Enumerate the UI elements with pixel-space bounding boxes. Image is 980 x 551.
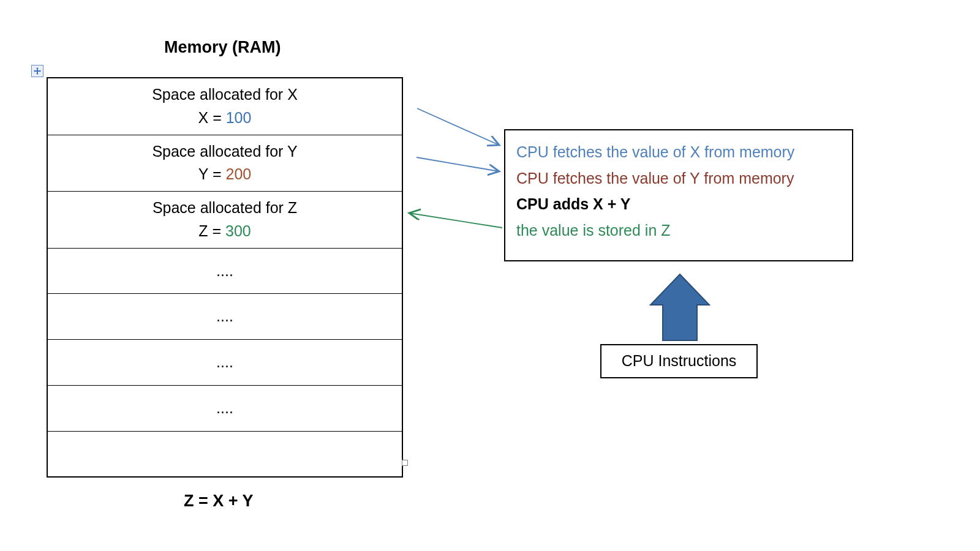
move-handle-icon xyxy=(31,65,43,77)
var-value: 100 xyxy=(226,109,252,126)
mem-cell-x: Space allocated for X X = 100 xyxy=(48,78,402,135)
step-fetch-y: CPU fetches the value of Y from memory xyxy=(516,165,841,192)
resize-handle-icon xyxy=(402,460,408,466)
memory-table: Space allocated for X X = 100 Space allo… xyxy=(47,77,403,478)
step-fetch-x: CPU fetches the value of X from memory xyxy=(516,139,841,165)
step-store-z: the value is stored in Z xyxy=(516,217,841,244)
alloc-label: Space allocated for X xyxy=(48,84,402,105)
var-label: Z = xyxy=(198,222,225,239)
equation-label: Z = X + Y xyxy=(184,492,254,511)
mem-cell-empty: .... xyxy=(48,340,402,386)
mem-cell-z: Space allocated for Z Z = 300 xyxy=(48,192,402,249)
mem-cell-y: Space allocated for Y Y = 200 xyxy=(48,135,402,192)
cpu-instructions-box: CPU Instructions xyxy=(600,344,758,378)
mem-cell-empty xyxy=(48,432,402,477)
arrow-store-z xyxy=(409,213,502,228)
mem-cell-empty: .... xyxy=(48,386,402,432)
value-line: Y = 200 xyxy=(48,164,402,185)
arrow-x-to-step xyxy=(417,108,499,145)
var-value: 200 xyxy=(226,165,252,182)
block-arrow-up-icon xyxy=(650,274,709,340)
var-label: X = xyxy=(198,109,226,126)
value-line: Z = 300 xyxy=(48,221,402,242)
step-add: CPU adds X + Y xyxy=(516,191,841,217)
mem-cell-empty: .... xyxy=(48,294,402,340)
arrow-y-to-step xyxy=(417,157,499,171)
var-value: 300 xyxy=(225,222,251,239)
alloc-label: Space allocated for Y xyxy=(48,141,402,162)
ram-title: Memory (RAM) xyxy=(164,38,281,57)
var-label: Y = xyxy=(198,165,226,182)
alloc-label: Space allocated for Z xyxy=(48,198,402,219)
value-line: X = 100 xyxy=(48,108,402,129)
cpu-steps-box: CPU fetches the value of X from memory C… xyxy=(504,129,853,261)
mem-cell-empty: .... xyxy=(48,249,402,294)
